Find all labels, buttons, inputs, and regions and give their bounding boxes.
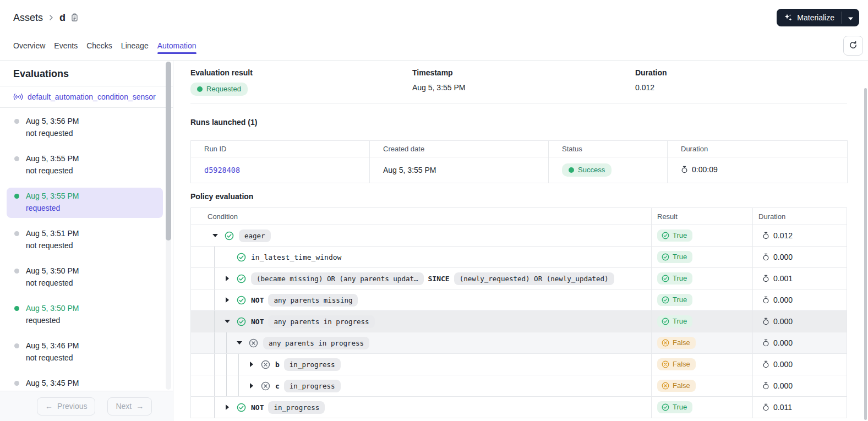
- stopwatch-icon: [762, 403, 769, 411]
- sparkles-icon: [784, 13, 793, 22]
- caret-right-icon[interactable]: [224, 276, 230, 281]
- materialize-button[interactable]: Materialize: [777, 9, 842, 26]
- check-circle-icon: [225, 231, 234, 240]
- result-badge-label: False: [673, 338, 690, 347]
- caret-right-icon[interactable]: [248, 383, 254, 389]
- condition-label: eager: [239, 229, 271, 242]
- result-label: Evaluation result: [190, 68, 412, 78]
- indent-guide-line: [214, 397, 215, 418]
- evaluation-timestamp: Aug 5, 3:50 PM: [26, 303, 79, 314]
- caret-right-icon[interactable]: [248, 362, 254, 367]
- evaluation-list-item[interactable]: Aug 5, 3:51 PMnot requested: [7, 225, 163, 255]
- policy-condition-row[interactable]: eagerTrue0.012: [191, 225, 847, 247]
- runs-col-created-date: Created date: [370, 141, 549, 157]
- caret-down-icon[interactable]: [224, 320, 230, 323]
- tab-checks[interactable]: Checks: [86, 35, 112, 60]
- duration-value: 0.000: [773, 253, 793, 261]
- evaluation-list-item[interactable]: Aug 5, 3:46 PMnot requested: [7, 337, 163, 368]
- copy-icon[interactable]: [70, 13, 79, 22]
- run-id-link[interactable]: d5928408: [204, 166, 240, 174]
- condition-label: cin_progress: [275, 380, 341, 392]
- evaluation-timestamp: Aug 5, 3:55 PM: [26, 191, 79, 201]
- stopwatch-icon: [762, 382, 769, 390]
- materialize-button-label: Materialize: [797, 13, 834, 22]
- evaluation-timestamp: Aug 5, 3:46 PM: [26, 341, 79, 351]
- condition-operator: NOT: [251, 403, 264, 412]
- evaluation-timestamp-row: Aug 5, 3:55 PM: [14, 154, 157, 164]
- previous-button[interactable]: ← Previous: [37, 397, 95, 415]
- run-status-badge: Success: [562, 163, 612, 177]
- policy-table-header: Condition Result Duration: [191, 208, 847, 225]
- indent-guide-line: [214, 247, 215, 267]
- sidebar-scrollbar-thumb[interactable]: [166, 62, 171, 240]
- condition-tag: any parents missing: [268, 294, 358, 307]
- next-button[interactable]: Next →: [107, 397, 152, 415]
- condition-label: in_latest_time_window: [251, 253, 341, 261]
- caret-right-icon[interactable]: [224, 404, 230, 410]
- refresh-button[interactable]: [843, 36, 863, 56]
- duration-cell: 0.000: [752, 354, 847, 375]
- tab-automation[interactable]: Automation: [157, 35, 196, 60]
- policy-condition-row[interactable]: NOTin_progressTrue0.011: [191, 397, 847, 418]
- run-status-label: Success: [578, 166, 605, 174]
- policy-table: Condition Result Duration eagerTrue0.012…: [190, 207, 847, 418]
- evaluation-status-dot-icon: [14, 343, 19, 348]
- evaluation-list-item[interactable]: Aug 5, 3:55 PMnot requested: [7, 150, 163, 181]
- breadcrumb-assets-link[interactable]: Assets: [13, 12, 43, 24]
- duration-label: Duration: [635, 68, 667, 78]
- result-badge-label: True: [673, 231, 687, 240]
- tab-events[interactable]: Events: [54, 35, 78, 60]
- page-scrollbar-thumb[interactable]: [864, 88, 867, 420]
- evaluation-status: not requested: [26, 278, 157, 288]
- evaluation-list-item[interactable]: Aug 5, 3:56 PMnot requested: [7, 113, 163, 143]
- result-badge-label: True: [673, 317, 687, 326]
- evaluation-timestamp-row: Aug 5, 3:55 PM: [14, 191, 157, 201]
- condition-label: bin_progress: [275, 358, 341, 371]
- indent-guide-line: [214, 268, 215, 289]
- policy-condition-row[interactable]: NOTany parents in progressTrue0.000: [191, 311, 847, 332]
- caret-down-icon[interactable]: [212, 234, 218, 237]
- condition-cell: NOTin_progress: [191, 397, 651, 418]
- duration-value: 0.000: [773, 296, 793, 304]
- evaluation-status: not requested: [26, 166, 157, 176]
- check-circle-icon: [662, 318, 669, 325]
- policy-condition-row[interactable]: NOTany parents missingTrue0.000: [191, 289, 847, 311]
- duration-value: 0.000: [773, 338, 793, 347]
- indent-guide-line: [226, 354, 227, 375]
- duration-cell: 0.001: [752, 268, 847, 289]
- condition-operator: SINCE: [428, 275, 450, 283]
- result-badge: True: [657, 401, 692, 413]
- result-cell: True: [651, 311, 752, 332]
- evaluation-list-item[interactable]: Aug 5, 3:45 PMnot requested: [7, 375, 163, 391]
- evaluation-status-dot-icon: [14, 156, 19, 161]
- tab-overview[interactable]: Overview: [13, 35, 45, 60]
- evaluation-list-item[interactable]: Aug 5, 3:50 PMnot requested: [7, 263, 163, 293]
- tab-lineage[interactable]: Lineage: [121, 35, 149, 60]
- materialize-dropdown-button[interactable]: [842, 9, 859, 26]
- evaluation-list-item[interactable]: Aug 5, 3:55 PMrequested: [7, 188, 163, 218]
- summary-result-column: Evaluation result Requested: [190, 68, 412, 96]
- policy-condition-row[interactable]: in_latest_time_windowTrue0.000: [191, 247, 847, 268]
- stopwatch-icon: [762, 318, 769, 325]
- condition-tag: (became missing) OR (any parents updat…: [251, 272, 424, 285]
- duration-cell: 0.012: [752, 225, 847, 246]
- caret-down-icon[interactable]: [236, 341, 242, 345]
- runs-table-header: Run ID Created date Status Duration: [191, 141, 848, 157]
- sensor-link[interactable]: default_automation_condition_sensor: [28, 92, 156, 101]
- indent-guide-line: [214, 289, 215, 310]
- evaluation-status: not requested: [26, 353, 157, 363]
- duration-value: 0.000: [773, 381, 793, 390]
- breadcrumb-asset-name: d: [59, 12, 65, 24]
- policy-condition-row[interactable]: any parents in progressFalse0.000: [191, 332, 847, 354]
- duration-cell: 0.000: [752, 375, 847, 396]
- caret-right-icon[interactable]: [224, 297, 230, 303]
- policy-condition-row[interactable]: (became missing) OR (any parents updat…S…: [191, 268, 847, 289]
- evaluation-timestamp: Aug 5, 3:50 PM: [26, 266, 79, 276]
- evaluation-timestamp: Aug 5, 3:56 PM: [26, 116, 79, 127]
- policy-condition-row[interactable]: cin_progressFalse0.000: [191, 375, 847, 397]
- evaluation-list-item[interactable]: Aug 5, 3:50 PMrequested: [7, 300, 163, 330]
- runs-table: Run ID Created date Status Duration d592…: [190, 140, 848, 183]
- stopwatch-icon: [762, 339, 769, 347]
- evaluation-timestamp-row: Aug 5, 3:56 PM: [14, 116, 157, 127]
- policy-condition-row[interactable]: bin_progressFalse0.000: [191, 354, 847, 375]
